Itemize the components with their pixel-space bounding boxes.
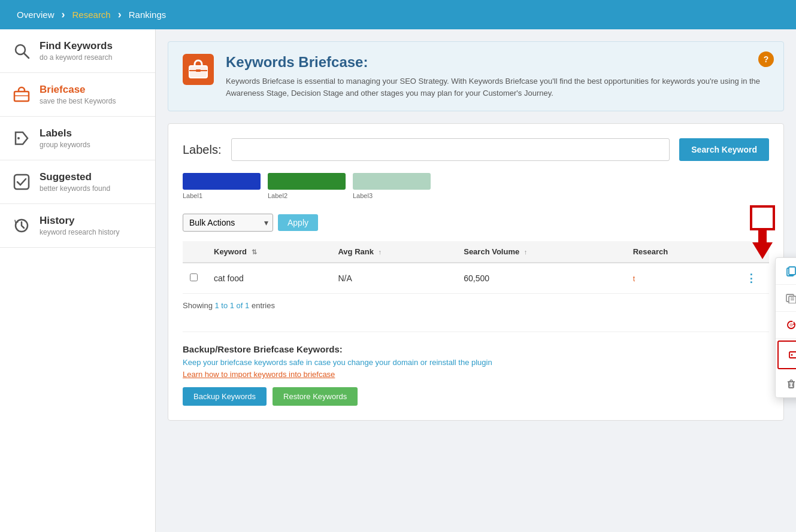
search-input[interactable]: [231, 138, 670, 161]
backup-description: Keep your briefcase keywords safe in cas…: [183, 358, 769, 367]
svg-line-1: [24, 53, 29, 58]
labels-row: Labels: Search Keyword: [183, 138, 769, 161]
nav-chevron-1: ›: [62, 8, 65, 21]
svg-rect-2: [14, 92, 29, 101]
trash-icon: [785, 378, 796, 390]
briefcase-header-icon: [183, 54, 214, 85]
keywords-table: Keyword ⇅ Avg Rank ↑ Search Volume ↑: [183, 241, 769, 294]
restore-keywords-button[interactable]: Restore Keywords: [273, 387, 358, 406]
nav-research[interactable]: Research: [68, 7, 116, 22]
sidebar-labels-text: Labels group keywords: [40, 127, 90, 149]
bulk-actions-select-wrap: Bulk Actions Copy Keywords Delete Keywor…: [183, 214, 273, 232]
apply-button[interactable]: Apply: [278, 214, 318, 231]
backup-title: Backup/Restore Briefcase Keywords:: [183, 344, 769, 354]
sidebar-item-suggested[interactable]: Suggested better keywords found: [0, 160, 155, 204]
svg-rect-23: [789, 382, 794, 388]
backup-buttons: Backup Keywords Restore Keywords: [183, 387, 769, 406]
row-actions-button[interactable]: ⋮: [741, 270, 761, 286]
svg-point-22: [791, 354, 793, 356]
sort-icon-searchvol: ↑: [524, 248, 528, 256]
header-text: Keywords Briefcase: Keywords Briefcase i…: [226, 54, 769, 99]
row-actions-cell: ⋮: [733, 263, 769, 294]
help-icon[interactable]: ?: [758, 51, 774, 67]
label-chips: Label1 Label2 Label3: [183, 173, 769, 199]
backup-keywords-button[interactable]: Backup Keywords: [183, 387, 267, 406]
svg-rect-10: [196, 69, 201, 72]
showing-range[interactable]: 1 to 1 of 1: [214, 301, 249, 310]
table-header-avgrank[interactable]: Avg Rank ↑: [331, 241, 456, 263]
checkmark-icon: [12, 172, 31, 191]
context-menu-refresh[interactable]: Refresh Research: [776, 312, 796, 339]
label-color-1[interactable]: [183, 173, 261, 190]
table-header-checkbox: [183, 241, 207, 263]
row-checkbox-cell: [183, 263, 207, 294]
row-avgrank: N/A: [331, 263, 456, 294]
assign-label-icon: [788, 349, 796, 361]
sort-icon-keyword: ⇅: [252, 248, 257, 256]
svg-rect-5: [14, 175, 29, 189]
table-row: cat food N/A 60,500 t ⋮: [183, 263, 769, 294]
table-container: Keyword ⇅ Avg Rank ↑ Search Volume ↑: [183, 241, 769, 317]
row-checkbox[interactable]: [190, 273, 198, 281]
search-keyword-button[interactable]: Search Keyword: [679, 138, 769, 161]
sidebar-labels-sub: group keywords: [40, 141, 90, 149]
sidebar-item-labels[interactable]: Labels group keywords: [0, 117, 155, 160]
nav-rankings[interactable]: Rankings: [124, 7, 171, 22]
sidebar-history-sub: keyword research history: [40, 228, 119, 236]
context-menu-delete[interactable]: Delete Keyword: [776, 371, 796, 397]
page-title: Keywords Briefcase:: [226, 54, 769, 71]
sidebar-item-history[interactable]: History keyword research history: [0, 204, 155, 248]
down-arrow-svg: [750, 230, 775, 259]
table-header-row: Keyword ⇅ Avg Rank ↑ Search Volume ↑: [183, 241, 769, 263]
row-research-link[interactable]: t: [633, 275, 635, 283]
main-card: Labels: Search Keyword Label1 Label2 Lab…: [168, 123, 784, 421]
sidebar-briefcase-text: Briefcase save the best Keywords: [40, 84, 116, 105]
label-color-3[interactable]: [353, 173, 431, 190]
svg-rect-14: [789, 267, 795, 275]
header-card: Keywords Briefcase: Keywords Briefcase i…: [168, 41, 784, 111]
sidebar-history-title: History: [40, 215, 119, 227]
table-header-actions: [733, 241, 769, 263]
context-menu: Copy Keyword: [775, 257, 796, 398]
label-chip-1: Label1: [183, 173, 261, 199]
label-chip-2: Label2: [268, 173, 346, 199]
search-icon: [12, 41, 31, 60]
page-description: Keywords Briefcase is essential to manag…: [226, 75, 769, 99]
sidebar-item-find-keywords[interactable]: Find Keywords do a keyword research: [0, 29, 155, 73]
table-header-keyword[interactable]: Keyword ⇅: [207, 241, 331, 263]
copy-icon: [785, 265, 796, 277]
send-icon: [785, 292, 796, 304]
sidebar-suggested-text: Suggested better keywords found: [40, 171, 110, 193]
refresh-icon: [785, 319, 796, 331]
svg-point-20: [789, 323, 793, 327]
svg-point-4: [17, 137, 20, 139]
sort-icon-avgrank: ↑: [379, 248, 382, 256]
sidebar-briefcase-sub: save the best Keywords: [40, 97, 116, 105]
sidebar-find-keywords-text: Find Keywords do a keyword research: [40, 40, 113, 62]
sidebar-find-keywords-sub: do a keyword research: [40, 53, 113, 62]
top-navigation: Overview › Research › Rankings: [0, 0, 796, 29]
table-header-searchvol[interactable]: Search Volume ↑: [456, 241, 626, 263]
history-icon: [12, 216, 31, 235]
label-color-2[interactable]: [268, 173, 346, 190]
backup-link[interactable]: Learn how to import keywords into briefc…: [183, 370, 335, 379]
row-research: t: [626, 263, 733, 294]
row-keyword: cat food: [207, 263, 331, 294]
context-menu-send-rankings[interactable]: Send to Rankings: [776, 285, 796, 312]
down-arrow-annotation: [750, 205, 775, 259]
sidebar-briefcase-title: Briefcase: [40, 84, 116, 96]
table-header-research: Research: [626, 241, 733, 263]
context-menu-assign-label[interactable]: Assign Label: [777, 341, 796, 369]
sidebar-find-keywords-title: Find Keywords: [40, 40, 113, 52]
context-menu-copy-keyword[interactable]: Copy Keyword: [776, 258, 796, 285]
sidebar: Find Keywords do a keyword research Brie…: [0, 29, 156, 532]
labels-title: Labels:: [183, 143, 222, 157]
sidebar-suggested-title: Suggested: [40, 171, 110, 183]
showing-text: Showing 1 to 1 of 1 entries: [183, 294, 769, 317]
nav-overview[interactable]: Overview: [12, 7, 59, 22]
label-name-2: Label2: [268, 192, 287, 199]
svg-marker-11: [752, 230, 773, 259]
sidebar-item-briefcase[interactable]: Briefcase save the best Keywords: [0, 73, 155, 117]
label-name-3: Label3: [353, 192, 373, 199]
bulk-actions-select[interactable]: Bulk Actions Copy Keywords Delete Keywor…: [183, 214, 273, 232]
